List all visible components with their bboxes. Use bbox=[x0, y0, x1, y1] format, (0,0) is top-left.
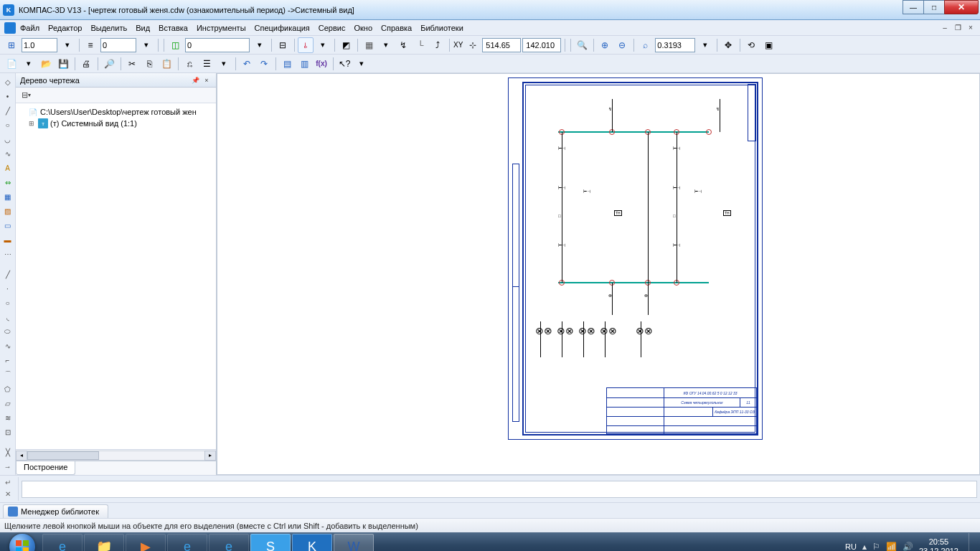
zoom-window-button[interactable]: ⌕ bbox=[637, 37, 653, 53]
grid-net-button[interactable]: ◩ bbox=[338, 37, 354, 53]
prop-cancel-icon[interactable]: ✕ bbox=[5, 490, 17, 500]
tool-aux-line-icon[interactable]: ╱ bbox=[1, 268, 14, 281]
tool-fillet-icon[interactable]: ⌒ bbox=[1, 368, 14, 381]
prev-view-button[interactable]: ⟲ bbox=[743, 37, 759, 53]
menu-edit[interactable]: Редактор bbox=[48, 24, 82, 32]
drawing-canvas[interactable]: ⊗⊗ ⊗⊗ ⊗⊗ ⊗⊗ ⊗⊗ ⊢⊣ ⊢⊣ □ ⊢⊣ ⊢⊣ ⊢⊣ □ ⊢⊣ ↯ ↯… bbox=[217, 73, 980, 475]
tree-root-node[interactable]: 📄 C:\Users\User\Desktop\чертеж готовый ж… bbox=[17, 106, 215, 118]
zoom-dropdown[interactable]: ▾ bbox=[697, 37, 713, 53]
taskbar-word-icon[interactable]: W bbox=[334, 534, 374, 551]
tool-ellipse-icon[interactable]: ⬭ bbox=[1, 325, 14, 338]
library-manager-tab[interactable]: Менеджер библиотек bbox=[3, 504, 108, 518]
pan-button[interactable]: ✥ bbox=[720, 37, 736, 53]
tool-aux-circle-icon[interactable]: ○ bbox=[1, 296, 14, 309]
tool-dim-icon[interactable]: ⇔ bbox=[1, 176, 14, 189]
layer-manager-button[interactable]: ⊟ bbox=[275, 37, 291, 53]
menu-window[interactable]: Окно bbox=[354, 24, 372, 32]
tool-region-icon[interactable]: ▬ bbox=[1, 233, 14, 246]
scroll-right-button[interactable]: ▸ bbox=[204, 451, 216, 461]
menu-view[interactable]: Вид bbox=[136, 24, 150, 32]
undo-button[interactable]: ↶ bbox=[239, 56, 255, 72]
zoom-in-button[interactable]: ⊕ bbox=[597, 37, 613, 53]
ortho-button[interactable]: └ bbox=[413, 37, 428, 53]
preview-button[interactable]: 🔎 bbox=[101, 56, 117, 72]
tool-geometry-icon[interactable]: ◇ bbox=[1, 75, 14, 88]
tool-hatch-icon[interactable]: ▨ bbox=[1, 204, 14, 217]
tray-up-icon[interactable]: ▴ bbox=[862, 542, 867, 551]
expand-icon[interactable]: ⊞ bbox=[27, 120, 36, 127]
local-cs-button[interactable]: ↯ bbox=[395, 37, 411, 53]
tree-pin-icon[interactable]: 📌 bbox=[190, 75, 200, 85]
menu-spec[interactable]: Спецификация bbox=[255, 24, 310, 32]
tray-clock[interactable]: 20:55 23.12.2012 bbox=[919, 537, 958, 551]
layer-dropdown[interactable]: ▾ bbox=[252, 37, 268, 53]
cut-button[interactable]: ✂ bbox=[124, 56, 140, 72]
tray-volume-icon[interactable]: 🔊 bbox=[903, 542, 913, 551]
redo-button[interactable]: ↷ bbox=[256, 56, 272, 72]
tray-lang[interactable]: RU bbox=[845, 542, 857, 551]
round-button[interactable]: ⤴ bbox=[430, 37, 446, 53]
properties-button[interactable]: ☰ bbox=[199, 56, 215, 72]
tool-circle-icon[interactable]: ○ bbox=[1, 118, 14, 131]
open-button[interactable]: 📂 bbox=[38, 56, 54, 72]
tool-spline-icon[interactable]: ∿ bbox=[1, 147, 14, 160]
tool-equid-icon[interactable]: ≋ bbox=[1, 411, 14, 424]
menu-file[interactable]: Файл bbox=[20, 24, 39, 32]
print-button[interactable]: 🖨 bbox=[78, 56, 94, 72]
tray-network-icon[interactable]: 📶 bbox=[886, 542, 897, 551]
menu-select[interactable]: Выделить bbox=[90, 24, 127, 32]
tray-flag-icon[interactable]: ⚐ bbox=[872, 542, 880, 551]
variables-button[interactable]: f(x) bbox=[314, 56, 329, 72]
line-style-dropdown[interactable]: ▾ bbox=[138, 37, 154, 53]
app-menu-icon[interactable] bbox=[4, 22, 16, 34]
doc-minimize-button[interactable]: – bbox=[940, 23, 950, 33]
manager-button[interactable]: ▤ bbox=[279, 56, 295, 72]
menu-insert[interactable]: Вставка bbox=[159, 24, 188, 32]
tool-aux-arc-icon[interactable]: ◟ bbox=[1, 311, 14, 324]
new-doc-dropdown[interactable]: ▾ bbox=[21, 56, 37, 72]
taskbar-ie2-icon[interactable]: e bbox=[167, 534, 207, 551]
tool-extend-icon[interactable]: → bbox=[1, 460, 14, 473]
paste-button[interactable]: 📋 bbox=[159, 56, 174, 72]
scroll-track[interactable] bbox=[27, 451, 204, 461]
command-input[interactable] bbox=[22, 481, 977, 498]
zoom-combo[interactable] bbox=[655, 38, 695, 52]
tree-view-mode-button[interactable]: ⊟▾ bbox=[19, 89, 33, 102]
current-state-button[interactable]: ⊞ bbox=[4, 37, 19, 53]
layer-button[interactable]: ◫ bbox=[167, 37, 183, 53]
tool-collect-icon[interactable]: ⊡ bbox=[1, 425, 14, 438]
snap-menu-button[interactable]: ▾ bbox=[315, 37, 331, 53]
save-button[interactable]: 💾 bbox=[55, 56, 71, 72]
scroll-thumb[interactable] bbox=[27, 451, 99, 460]
tool-arc-icon[interactable]: ◡ bbox=[1, 133, 14, 146]
taskbar-kompas-icon[interactable]: K bbox=[292, 534, 332, 551]
menu-tools[interactable]: Инструменты bbox=[197, 24, 246, 32]
menu-help[interactable]: Справка bbox=[381, 24, 412, 32]
tool-line-icon[interactable]: ╱ bbox=[1, 104, 14, 117]
tool-trim-icon[interactable]: ╳ bbox=[1, 446, 14, 458]
window-minimize-button[interactable]: — bbox=[903, 0, 924, 14]
coord-mode-button[interactable]: ⊹ bbox=[465, 37, 481, 53]
taskbar-skype-icon[interactable]: S bbox=[250, 534, 291, 551]
snap-toggle-button[interactable]: ⫰ bbox=[298, 37, 314, 53]
copy-button[interactable]: ⎘ bbox=[141, 56, 157, 72]
copy-props-button[interactable]: ⎌ bbox=[182, 56, 197, 72]
grid-menu-button[interactable]: ▾ bbox=[378, 37, 394, 53]
tree-hscroll[interactable]: ◂ ▸ bbox=[16, 449, 216, 461]
scroll-left-button[interactable]: ◂ bbox=[16, 451, 27, 461]
tool-curve-icon[interactable]: ∿ bbox=[1, 339, 14, 352]
properties-dropdown[interactable]: ▾ bbox=[216, 56, 232, 72]
tool-text-icon[interactable]: A bbox=[1, 161, 14, 174]
tree-close-icon[interactable]: × bbox=[202, 75, 212, 85]
layer-combo[interactable] bbox=[185, 38, 250, 52]
new-doc-button[interactable]: 📄 bbox=[4, 56, 19, 72]
library-button[interactable]: ▥ bbox=[296, 56, 312, 72]
taskbar-ie-icon[interactable]: e bbox=[42, 534, 83, 551]
tree-tab-build[interactable]: Построение bbox=[16, 461, 75, 475]
line-weight-dropdown[interactable]: ▾ bbox=[60, 37, 75, 53]
redraw-button[interactable]: ▣ bbox=[760, 37, 776, 53]
help-context-button[interactable]: ↖? bbox=[336, 56, 352, 72]
tool-break-icon[interactable]: ⋯ bbox=[1, 248, 14, 260]
tool-polygon-icon[interactable]: ⬠ bbox=[1, 382, 14, 395]
doc-close-button[interactable]: × bbox=[966, 23, 976, 33]
